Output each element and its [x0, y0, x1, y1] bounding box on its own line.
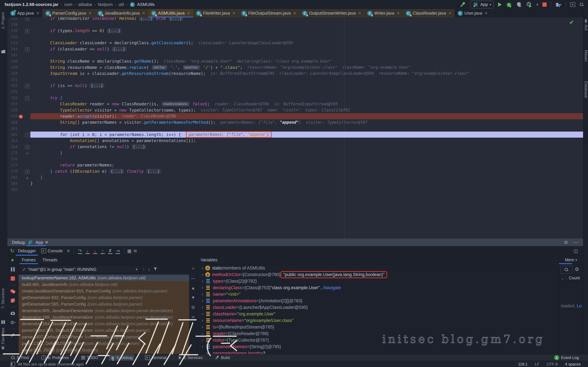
line-number[interactable]: 183	[7, 175, 17, 179]
breadcrumb-class[interactable]: ASMUtils	[137, 2, 155, 7]
stack-frame-row[interactable]: build:485, JavaBeanInfo(com.alibaba.fast…	[18, 281, 189, 288]
settings-gear-icon[interactable]: ⚙	[564, 240, 568, 245]
stack-frame-row[interactable]: getDeserializer:832, ParserConfig(com.al…	[18, 294, 189, 301]
code-line[interactable]: 175⌂ }	[7, 150, 583, 156]
line-number[interactable]: 160	[7, 120, 17, 125]
toolwindow-button----debug[interactable]: 5: Debug	[109, 354, 134, 361]
indent-setting[interactable]: 4 spaces	[565, 362, 581, 367]
memory-search[interactable]	[560, 266, 572, 274]
coverage-button[interactable]	[516, 2, 522, 8]
trace-settings-icon[interactable]: ≋	[132, 248, 138, 254]
editor-tab[interactable]: COutputStreamWriter.java✕	[299, 9, 364, 17]
fold-toggle-icon[interactable]: +	[25, 17, 29, 21]
restore-layout-icon[interactable]: ◫	[573, 248, 579, 254]
code-line[interactable]: 164+ if (annotations != null) {...}	[7, 144, 583, 150]
line-number[interactable]: 147	[7, 53, 17, 57]
run-anything-icon[interactable]	[570, 2, 575, 7]
project-structure-icon[interactable]	[555, 2, 562, 8]
code-line[interactable]: 125+ if (methodOrCtor instanceof Method)…	[7, 17, 583, 21]
add-watch-icon[interactable]: ＋	[191, 266, 195, 271]
move-down-icon[interactable]: ▼	[191, 295, 195, 300]
close-icon[interactable]: ✕	[484, 11, 488, 16]
code-line[interactable]: 162− for (int i = 0; i < parameterNames.…	[7, 132, 583, 138]
line-number[interactable]: 164	[7, 145, 17, 149]
toolwindow-button-build[interactable]: Build	[213, 354, 231, 361]
line-number[interactable]: 144	[7, 47, 17, 51]
tab-frames[interactable]: Frames	[18, 256, 39, 264]
close-icon[interactable]: ✕	[88, 11, 92, 16]
fold-toggle-icon[interactable]: −	[25, 96, 29, 100]
force-step-into-icon[interactable]: ↓	[91, 248, 99, 254]
editor-tab[interactable]: CUser.java✕	[455, 9, 491, 17]
chevron-right-icon[interactable]: ›	[200, 292, 205, 297]
fold-marker[interactable]: ⌂	[24, 150, 30, 155]
code-text[interactable]	[30, 186, 583, 192]
line-number[interactable]: 142	[7, 35, 17, 39]
step-out-icon[interactable]: ↑	[99, 248, 106, 254]
code-line[interactable]: 176	[7, 156, 583, 162]
thread-selector[interactable]: ✓ "main"@1 in group "main": RUNNING ▾	[20, 265, 140, 274]
line-number[interactable]: 177	[7, 163, 17, 167]
sidebar-item-database[interactable]: Database	[584, 81, 588, 98]
variable-row[interactable]: ›sstatic members of ASMUtils	[197, 265, 559, 271]
close-icon[interactable]: ✕	[45, 240, 48, 245]
code-text[interactable]	[30, 52, 583, 58]
code-text[interactable]: }	[30, 180, 583, 186]
show-watches-icon[interactable]: ∞	[192, 314, 195, 319]
layout-options-icon[interactable]: ≡	[65, 248, 71, 254]
code-text[interactable]: return parameterNames;	[30, 162, 583, 168]
line-number[interactable]: 178	[7, 169, 17, 173]
fold-toggle-icon[interactable]: +	[25, 84, 29, 88]
editor-tab[interactable]: CFileWriter.java✕	[193, 9, 238, 17]
fold-marker[interactable]: +	[24, 144, 30, 149]
code-line[interactable]: 159✓ reader.accept(visitor);reader: Clas…	[7, 113, 583, 119]
pause-icon[interactable]	[10, 267, 16, 272]
stack-frame-row[interactable]: lookupParameterNames:162, ASMUtils(com.a…	[18, 275, 189, 281]
fold-toggle-icon[interactable]: −	[25, 133, 29, 137]
code-line[interactable]: 160 String[] parameterNames = visitor.ge…	[7, 119, 583, 125]
editor-tab[interactable]: CClassReader.java✕	[403, 9, 455, 17]
toolwindow-button----problems[interactable]: !6: Problems	[40, 354, 70, 361]
code-text[interactable]: if (types.length == 0) {...}	[30, 28, 583, 34]
search-everywhere-icon[interactable]	[579, 2, 584, 7]
variable-row[interactable]: ›resourceName = "org/example/User.class"	[197, 317, 559, 324]
resume-icon[interactable]	[10, 257, 16, 263]
code-line[interactable]: 142	[7, 34, 583, 40]
line-number[interactable]: 162	[7, 132, 17, 137]
code-text[interactable]: Annotation[] annotations = parameterAnno…	[30, 138, 583, 144]
code-line[interactable]: 144+ if (classLoader == null) {...}	[7, 46, 583, 52]
code-line[interactable]: 150 InputStream is = classLoader.getReso…	[7, 70, 583, 76]
code-text[interactable]: ClassLoader classLoader = declaringClass…	[30, 40, 583, 46]
fold-toggle-icon[interactable]: +	[25, 47, 29, 52]
tab-debugger[interactable]: Debugger	[15, 246, 39, 256]
line-number[interactable]: 125	[7, 17, 17, 21]
stack-frame-row[interactable]: deserialze:805, JavaBeanDeserializer(com…	[18, 307, 189, 314]
sidebar-item-ant[interactable]: Ant	[584, 25, 588, 31]
code-text[interactable]: if (classLoader == null) {...}	[30, 46, 583, 52]
code-line[interactable]: 147	[7, 52, 583, 58]
chevron-right-icon[interactable]: ›	[200, 312, 205, 316]
navigate-link[interactable]: Navigate	[324, 285, 341, 290]
code-text[interactable]: String resourceName = className.replace(…	[30, 64, 583, 70]
frame-down-icon[interactable]: ↓	[148, 267, 150, 272]
code-editor[interactable]: 125+ if (methodOrCtor instanceof Method)…	[7, 17, 583, 239]
view-breakpoints-icon[interactable]	[10, 288, 16, 294]
profiler-dropdown-icon[interactable]: ▾	[536, 3, 538, 7]
chevron-right-icon[interactable]: ›	[200, 344, 205, 349]
pin-icon[interactable]	[10, 332, 16, 338]
filter-icon[interactable]	[153, 267, 158, 272]
code-text[interactable]: String className = declaringClass.getNam…	[30, 58, 583, 64]
variable-row[interactable]: ›visitor = {TypeCollector@787}	[197, 337, 559, 343]
line-number[interactable]: 150	[7, 71, 17, 75]
stack-frame-row[interactable]: getDeserializer:565, ParserConfig(com.al…	[18, 301, 189, 307]
hide-panel-icon[interactable]: —	[574, 240, 578, 245]
code-text[interactable]: if (annotations != null) {...}	[30, 144, 583, 150]
line-number[interactable]: 163	[7, 139, 17, 143]
line-number[interactable]: 155	[7, 90, 17, 94]
code-text[interactable]	[30, 156, 583, 162]
fold-marker[interactable]: +	[24, 47, 30, 52]
move-up-icon[interactable]: ▲	[191, 285, 195, 291]
line-number[interactable]: 157	[7, 102, 17, 106]
stack-frame-row[interactable]: createJavaBeanDeserializer:915, ParserCo…	[18, 288, 189, 294]
variable-row[interactable]: ›is = {BufferedInputStream@785}	[197, 324, 559, 330]
